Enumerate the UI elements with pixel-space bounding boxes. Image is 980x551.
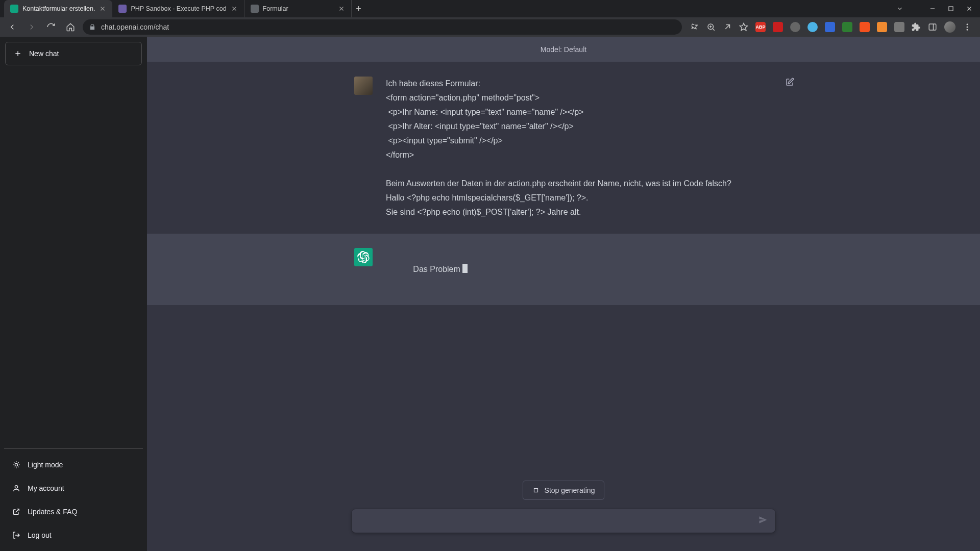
sidebar: New chat Light mode My account Updates &…: [0, 37, 147, 551]
star-icon[interactable]: [739, 22, 748, 32]
ext-icon[interactable]: ABP: [755, 22, 766, 32]
sidebar-item-label: Updates & FAQ: [28, 508, 77, 516]
reload-button[interactable]: [44, 20, 58, 34]
sidebar-separator: [4, 448, 143, 449]
svg-point-4: [967, 27, 968, 28]
composer-area: Stop generating: [147, 466, 980, 551]
user-message-text: Ich habe dieses Formular: <form action="…: [386, 77, 773, 219]
ext-icon[interactable]: [807, 22, 818, 32]
chevron-down-icon[interactable]: [896, 5, 903, 12]
main-panel: Model: Default Ich habe dieses Formular:…: [147, 37, 980, 551]
svg-point-3: [967, 23, 968, 25]
ext-icon[interactable]: [860, 22, 870, 32]
ext-icon[interactable]: [790, 22, 800, 32]
translate-icon[interactable]: [690, 22, 699, 32]
send-button[interactable]: [758, 515, 768, 527]
close-icon[interactable]: [231, 5, 238, 12]
address-bar[interactable]: chat.openai.com/chat: [83, 19, 682, 35]
ext-icon[interactable]: [894, 22, 904, 32]
message-input[interactable]: [361, 516, 750, 525]
browser-tab-1[interactable]: PHP Sandbox - Execute PHP cod: [112, 0, 244, 17]
kebab-menu-icon[interactable]: [963, 22, 972, 32]
close-icon[interactable]: [99, 5, 106, 12]
send-icon: [758, 515, 768, 525]
typing-cursor: [462, 264, 468, 273]
forward-button[interactable]: [24, 20, 39, 34]
assistant-avatar: [354, 248, 373, 266]
stop-icon: [532, 487, 540, 494]
sidepanel-icon[interactable]: [928, 22, 937, 32]
new-chat-label: New chat: [29, 49, 59, 58]
svg-point-5: [967, 29, 968, 31]
external-link-icon: [12, 508, 20, 516]
svg-rect-2: [929, 24, 936, 30]
tab-title: PHP Sandbox - Execute PHP cod: [131, 5, 226, 12]
extension-icons: ABP: [687, 21, 975, 33]
sidebar-item-label: My account: [28, 484, 64, 492]
browser-toolbar: chat.openai.com/chat ABP: [0, 17, 980, 37]
user-avatar: [354, 77, 373, 95]
model-bar: Model: Default: [147, 37, 980, 62]
zoom-icon[interactable]: [706, 22, 716, 32]
sidebar-item-account[interactable]: My account: [5, 478, 142, 499]
browser-titlebar: Kontaktformular erstellen. PHP Sandbox -…: [0, 0, 980, 17]
stop-generating-button[interactable]: Stop generating: [523, 481, 605, 500]
assistant-partial-text: Das Problem: [413, 265, 460, 273]
user-icon: [12, 484, 20, 492]
maximize-icon[interactable]: [947, 5, 954, 12]
new-tab-button[interactable]: +: [352, 0, 366, 17]
tab-title: Kontaktformular erstellen.: [22, 5, 95, 12]
share-icon[interactable]: [723, 22, 732, 32]
sidebar-item-label: Log out: [28, 531, 52, 539]
sidebar-item-label: Light mode: [28, 461, 63, 469]
sidebar-item-faq[interactable]: Updates & FAQ: [5, 501, 142, 522]
tab-favicon: [118, 5, 127, 13]
url-text: chat.openai.com/chat: [101, 23, 676, 31]
browser-tab-0[interactable]: Kontaktformular erstellen.: [4, 0, 112, 17]
svg-rect-8: [534, 489, 537, 492]
openai-icon: [357, 251, 370, 263]
minimize-icon[interactable]: [929, 5, 936, 12]
new-chat-button[interactable]: New chat: [5, 42, 142, 65]
close-window-icon[interactable]: [966, 5, 973, 12]
ext-icon[interactable]: [825, 22, 835, 32]
assistant-message-text: Das Problem: [386, 248, 773, 291]
sun-icon: [12, 461, 20, 469]
back-button[interactable]: [5, 20, 19, 34]
window-controls: [889, 0, 980, 17]
sidebar-item-lightmode[interactable]: Light mode: [5, 454, 142, 475]
turn-assistant: Das Problem: [147, 234, 980, 305]
turn-user: Ich habe dieses Formular: <form action="…: [147, 62, 980, 234]
sidebar-item-logout[interactable]: Log out: [5, 524, 142, 546]
svg-point-7: [15, 486, 17, 488]
message-composer[interactable]: [352, 509, 775, 533]
edit-message-button[interactable]: [785, 78, 794, 89]
browser-tab-2[interactable]: Formular: [244, 0, 352, 17]
logout-icon: [12, 531, 20, 539]
model-label: Model: Default: [541, 45, 586, 54]
edit-icon: [785, 78, 794, 87]
tab-favicon: [251, 5, 259, 13]
ext-icon[interactable]: [877, 22, 887, 32]
ext-icon[interactable]: [842, 22, 852, 32]
stop-label: Stop generating: [545, 486, 595, 494]
ext-icon[interactable]: [773, 22, 783, 32]
plus-icon: [14, 49, 22, 58]
profile-avatar[interactable]: [944, 21, 955, 33]
svg-point-6: [15, 463, 17, 466]
home-button[interactable]: [63, 20, 78, 34]
extensions-icon[interactable]: [912, 22, 921, 32]
close-icon[interactable]: [338, 5, 345, 12]
tab-strip: Kontaktformular erstellen. PHP Sandbox -…: [0, 0, 366, 17]
tab-title: Formular: [263, 5, 334, 12]
lock-icon: [89, 23, 96, 31]
tab-favicon: [10, 5, 18, 13]
svg-rect-0: [949, 7, 953, 11]
